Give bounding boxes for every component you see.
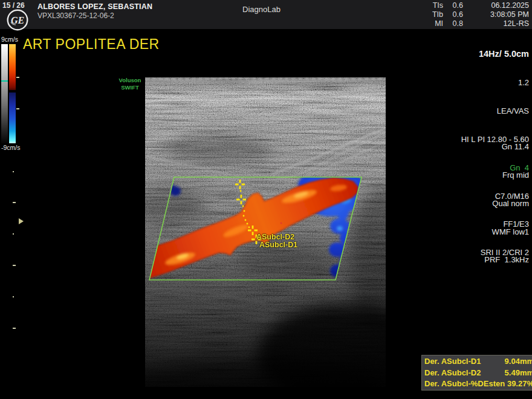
depth-tick <box>16 108 19 109</box>
mi-label: MI <box>435 19 443 28</box>
flow-speck <box>281 222 282 224</box>
acoustic-indices: TIs 0.6 TIb 0.6 MI 0.8 <box>432 1 463 28</box>
depth-tick <box>13 171 14 172</box>
exam-date: 06.12.2025 <box>490 1 529 10</box>
param-line: Frq mid <box>484 170 529 180</box>
ultrasound-image[interactable] <box>145 77 386 387</box>
tib-label: TIb <box>432 10 443 19</box>
measurement-results-box: Der. ASubcl-D1 9.04mm Der. ASubcl-D2 5.4… <box>421 355 532 391</box>
facility-name: DiagnoLab <box>242 5 281 14</box>
watermark-line2: SWIFT <box>115 84 144 91</box>
result-value: 39.27% <box>507 378 532 390</box>
grayscale-bar <box>1 44 8 143</box>
depth-tick <box>13 328 16 329</box>
patient-name: ALBORES LOPEZ, SEBASTIAN <box>37 2 152 11</box>
param-line: PRF 1.3kHz <box>484 255 529 265</box>
result-row: Der. ASubcl-%DEsten 39.27% <box>424 378 532 390</box>
result-label: Der. ASubcl-D1 <box>424 356 481 368</box>
depth-tick <box>13 265 16 266</box>
param-line: Gn 11.4 <box>484 142 529 152</box>
doppler-colorbar-positive <box>9 44 16 90</box>
depth-tick <box>16 77 19 78</box>
frame-counter: 15 / 26 <box>2 1 25 10</box>
result-label: Der. ASubcl-%DEsten <box>424 378 505 390</box>
watermark-line1: Voluson <box>115 77 144 84</box>
probe-name: 12L-RS <box>490 19 529 28</box>
ti-row: TIs 0.6 <box>432 1 463 10</box>
depth-tick <box>13 202 16 203</box>
velocity-min-label: -9cm/s <box>1 144 21 151</box>
param-line: 1.2 <box>461 78 529 88</box>
tis-label: TIs <box>433 1 443 10</box>
datetime-probe: 06.12.2025 3:08:05 PM 12L-RS <box>490 1 529 28</box>
tis-value: 0.6 <box>447 1 463 10</box>
ge-logo-icon: GE <box>7 9 28 31</box>
mi-value: 0.8 <box>447 19 463 28</box>
svg-text:GE: GE <box>11 15 24 25</box>
color-doppler-params: Gn 11.4 Frq mid Qual norm WMF low1 PRF 1… <box>484 123 529 284</box>
ti-row: MI 0.8 <box>432 19 463 28</box>
ultrasound-screen: 15 / 26 GE ALBORES LOPEZ, SEBASTIAN VPXL… <box>0 0 532 399</box>
voluson-watermark: Voluson SWIFT <box>115 77 144 91</box>
depth-tick <box>13 296 14 297</box>
result-label: Der. ASubcl-D2 <box>424 368 481 379</box>
depth-tick <box>13 233 14 235</box>
doppler-colorbar-negative <box>9 92 16 143</box>
param-line: Qual norm <box>484 199 529 209</box>
param-line: WMF low1 <box>484 227 529 237</box>
result-row: Der. ASubcl-D1 9.04mm <box>424 356 532 368</box>
freq-depth: 14Hz/ 5.0cm <box>461 49 529 59</box>
grayscale-marker <box>1 80 8 82</box>
caliper-label-d2: ASubcl-D2 <box>256 233 294 241</box>
exam-annotation: ART POPLITEA DER <box>23 36 160 53</box>
velocity-max-label: 9cm/s <box>1 36 18 43</box>
result-value: 5.49mm <box>505 368 532 379</box>
focus-marker-icon[interactable] <box>19 218 24 224</box>
exam-time: 3:08:05 PM <box>490 10 529 19</box>
caliper-label-d1: ASubcl-D1 <box>259 241 297 249</box>
ti-row: TIb 0.6 <box>432 10 463 19</box>
tib-value: 0.6 <box>447 10 463 19</box>
param-line: LEA/VAS <box>461 106 529 116</box>
result-value: 9.04mm <box>505 356 532 368</box>
patient-id: VPXL30367-25-12-06-2 <box>37 11 114 20</box>
result-row: Der. ASubcl-D2 5.49mm <box>424 368 532 379</box>
